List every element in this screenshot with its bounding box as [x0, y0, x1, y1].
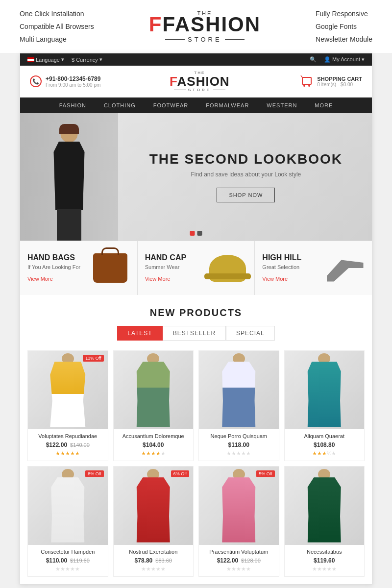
cart-items: 0 item(s) - $0.00	[317, 82, 362, 87]
handcap-title: HAND CAP	[145, 253, 186, 262]
product-name-1: Voluptates Repudiandae	[30, 433, 105, 439]
nav-formalwear[interactable]: FORMALWEAR	[197, 98, 258, 113]
product-name-3: Neque Porro Quisquam	[201, 433, 276, 439]
feature-responsive: Fully Responsive	[316, 10, 372, 18]
logo-store: STORE	[188, 36, 222, 43]
handcap-link[interactable]: View More	[145, 276, 171, 282]
hero-title: THE SECOND LOOKBOOK	[149, 151, 343, 167]
price-3: $118.00	[228, 441, 249, 448]
currency-chevron: ▾	[99, 56, 102, 63]
logo-line-left	[165, 39, 185, 40]
highhill-image	[325, 251, 365, 285]
product-img-3	[199, 351, 279, 429]
model-figure	[30, 123, 108, 241]
product-card-6[interactable]: 6% Off Nostrud Exercitation $78.80 $83.6…	[113, 466, 194, 577]
hat-icon	[209, 255, 246, 282]
features-right: Fully Responsive Google Fonts Newsletter…	[316, 10, 372, 43]
product-name-7: Praesentium Voluptatum	[201, 549, 276, 555]
tab-latest[interactable]: LATEST	[117, 326, 162, 341]
product-figure-1	[46, 362, 90, 427]
product-badge-7: 5% Off	[256, 470, 274, 477]
category-row: HAND BAGS If You Are Looking For View Mo…	[20, 241, 372, 295]
old-price-5: $119.60	[70, 558, 90, 564]
handbags-title: HAND BAGS	[27, 253, 80, 262]
product-name-4: Aliquam Quaerat	[287, 433, 362, 439]
product-card-3[interactable]: Neque Porro Quisquam $118.00 ★★★★★	[198, 350, 279, 461]
inner-logo-store: STORE	[188, 88, 211, 92]
inner-logo-fashion: FASHION	[170, 75, 230, 88]
cart-info: SHOPPING CART 0 item(s) - $0.00	[317, 76, 362, 87]
hero-banner: THE SECOND LOOKBOOK Find and save ideas …	[20, 113, 372, 241]
new-products-title: NEW PRODUCTS	[27, 307, 365, 318]
highhill-link[interactable]: View More	[262, 276, 288, 282]
language-chevron: ▾	[61, 56, 64, 63]
store-logo-inner: THE FASHION STORE	[170, 71, 230, 92]
price-5: $110.00	[46, 557, 67, 564]
hero-content: THE SECOND LOOKBOOK Find and save ideas …	[149, 132, 372, 222]
product-card-5[interactable]: 8% Off Consectetur Hampden $110.00 $119.…	[27, 466, 108, 577]
nav-fashion[interactable]: FASHION	[50, 98, 95, 113]
nav-more[interactable]: MORE	[306, 98, 342, 113]
currency-selector[interactable]: $ Currency ▾	[72, 56, 102, 63]
search-icon[interactable]: 🔍	[310, 56, 317, 63]
stars-4: ★★★½★	[287, 450, 362, 457]
old-price-7: $128.00	[241, 558, 261, 564]
bag-icon	[93, 253, 127, 283]
top-bar-left: Language ▾ $ Currency ▾	[27, 56, 102, 63]
feature-newsletter: Newsletter Module	[316, 35, 372, 43]
stars-7: ★★★★★	[201, 566, 276, 572]
product-name-2: Accusantium Doloremque	[116, 433, 191, 439]
price-2: $104.00	[143, 441, 164, 448]
tab-special[interactable]: SPECIAL	[226, 326, 275, 341]
product-card-7[interactable]: 5% Off Praesentium Voluptatum $122.00 $1…	[198, 466, 279, 577]
cart-label: SHOPPING CART	[317, 76, 362, 82]
product-figure-5	[47, 477, 89, 542]
price-7: $122.00	[217, 557, 238, 564]
product-card-2[interactable]: Accusantium Doloremque $104.00 ★★★★★	[113, 350, 194, 461]
category-handbags: HAND BAGS If You Are Looking For View Mo…	[20, 241, 138, 295]
top-bar-right: 🔍 👤 My Account ▾	[310, 56, 365, 63]
logo-fashion: FFASHION	[149, 14, 261, 35]
features-left: One Click Installation Compatible All Br…	[20, 10, 94, 43]
product-badge-6: 6% Off	[171, 470, 189, 477]
hero-dots	[190, 231, 202, 236]
product-figure-3	[218, 362, 260, 427]
handbags-image	[91, 251, 130, 285]
price-6: $78.80	[135, 557, 153, 564]
features-bar: One Click Installation Compatible All Br…	[0, 0, 392, 53]
currency-label: $ Currency	[72, 57, 98, 63]
nav-footwear[interactable]: FOOTWEAR	[145, 98, 197, 113]
highhill-subtitle: Great Selection	[262, 264, 301, 270]
svg-line-1	[301, 75, 302, 77]
nav-clothing[interactable]: CLOTHING	[95, 98, 145, 113]
price-4: $108.80	[314, 441, 335, 448]
highhill-title: HIGH HILL	[262, 253, 301, 262]
store-wrapper: Language ▾ $ Currency ▾ 🔍 👤 My Account ▾…	[20, 53, 372, 585]
product-name-5: Consectetur Hampden	[30, 549, 105, 555]
hero-dot-1[interactable]	[190, 231, 195, 236]
product-img-2	[114, 351, 194, 429]
my-account-link[interactable]: 👤 My Account ▾	[324, 56, 365, 63]
product-tabs: LATEST BESTSELLER SPECIAL	[27, 326, 365, 341]
language-selector[interactable]: Language ▾	[27, 56, 64, 63]
tab-bestseller[interactable]: BESTSELLER	[163, 326, 226, 341]
stars-6: ★★★★★	[116, 566, 191, 572]
shop-now-button[interactable]: SHOP NOW	[217, 188, 275, 202]
product-card-4[interactable]: Aliquam Quaerat $108.80 ★★★½★	[284, 350, 365, 461]
flag-icon	[27, 57, 34, 62]
product-card-8[interactable]: Necessitatibus $119.60 ★★★★★	[284, 466, 365, 577]
heels-icon	[327, 255, 364, 282]
product-card-1[interactable]: 13% Off Voluptates Repudiandae $122.00 $…	[27, 350, 108, 461]
nav-western[interactable]: WESTERN	[258, 98, 306, 113]
cart-section[interactable]: SHOPPING CART 0 item(s) - $0.00	[298, 75, 362, 88]
stars-8: ★★★★★	[287, 566, 362, 572]
handbags-link[interactable]: View More	[27, 276, 53, 282]
product-badge-1: 13% Off	[83, 355, 103, 362]
phone-info: +91-800-12345-6789 From 9:00 am to 5:00 …	[46, 75, 100, 88]
old-price-1: $140.00	[70, 442, 90, 448]
hero-dot-2[interactable]	[197, 231, 202, 236]
product-img-5: 8% Off	[28, 466, 108, 545]
product-name-8: Necessitatibus	[287, 549, 362, 555]
cart-icon	[298, 75, 313, 88]
feature-multilang: Multi Language	[20, 35, 94, 43]
